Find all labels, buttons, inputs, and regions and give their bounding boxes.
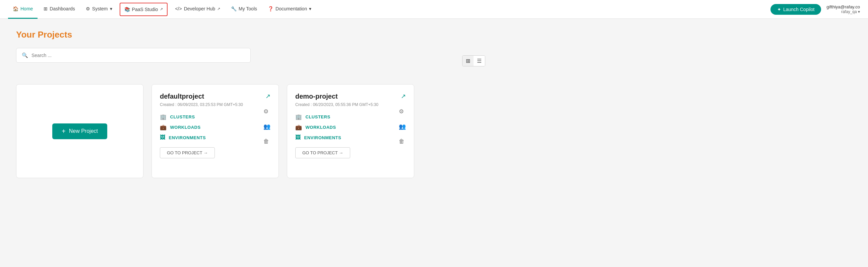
main-content: Your Projects 🔍 ⊞ ☰ + New Project defaul… <box>0 19 868 189</box>
list-view-button[interactable]: ☰ <box>473 56 485 66</box>
workloads-label-1: WORKLOADS <box>306 125 336 130</box>
launch-copilot-button[interactable]: ✦ Launch Copilot <box>771 4 821 15</box>
developer-hub-external-icon: ↗ <box>217 7 220 11</box>
system-chevron-icon: ▾ <box>110 6 112 11</box>
project-card-header-1: demo-project ↗ <box>295 93 406 100</box>
delete-icon-0[interactable]: 🗑 <box>264 138 271 145</box>
project-created-1: Created : 06/20/2023, 05:55:36 PM GMT+5:… <box>295 102 406 107</box>
nav-developer-hub[interactable]: </> Developer Hub ↗ <box>170 0 225 19</box>
project-created-0: Created : 06/09/2023, 03:25:53 PM GMT+5:… <box>160 102 271 107</box>
system-icon: ⚙ <box>86 6 90 11</box>
nav-home[interactable]: 🏠 Home <box>8 0 37 19</box>
home-icon: 🏠 <box>13 6 19 11</box>
page-title: Your Projects <box>16 30 852 40</box>
nav-home-label: Home <box>21 6 33 11</box>
go-to-project-button-1[interactable]: GO TO PROJECT → <box>295 147 350 158</box>
go-to-project-label-1: GO TO PROJECT → <box>302 150 343 155</box>
workloads-label-0: WORKLOADS <box>170 125 201 130</box>
members-icon-0[interactable]: 👥 <box>264 123 271 130</box>
search-input[interactable] <box>31 53 245 58</box>
environments-label-1: ENVIRONMENTS <box>304 135 341 140</box>
project-name-0: defaultproject <box>160 93 204 100</box>
project-card-0: defaultproject ↗ Created : 06/09/2023, 0… <box>152 84 279 178</box>
search-row: 🔍 ⊞ ☰ <box>16 48 485 73</box>
documentation-icon: ❓ <box>268 6 274 11</box>
nav-system[interactable]: ⚙ System ▾ <box>81 0 117 19</box>
delete-icon-1[interactable]: 🗑 <box>399 138 406 145</box>
navbar: 🏠 Home ⊞ Dashboards ⚙ System ▾ 📚 PaaS St… <box>0 0 868 19</box>
clusters-icon-1: 🏢 <box>295 114 302 120</box>
copilot-star-icon: ✦ <box>777 7 781 12</box>
nav-documentation-label: Documentation <box>276 6 307 11</box>
nav-right: ✦ Launch Copilot gifthiya@rafay.co rafay… <box>771 4 860 15</box>
trend-icon-0[interactable]: ↗ <box>266 93 271 100</box>
launch-copilot-label: Launch Copilot <box>783 7 814 12</box>
grid-view-button[interactable]: ⊞ <box>463 56 473 66</box>
user-org-row: rafay_qa ▾ <box>841 9 860 14</box>
new-project-card: + New Project <box>16 84 144 178</box>
nav-system-label: System <box>92 6 108 11</box>
environments-label-0: ENVIRONMENTS <box>169 135 206 140</box>
search-icon: 🔍 <box>22 52 28 58</box>
clusters-link-1[interactable]: 🏢 CLUSTERS <box>295 114 406 120</box>
clusters-label-0: CLUSTERS <box>170 114 195 119</box>
nav-paas-studio[interactable]: 📚 PaaS Studio ↗ <box>120 3 168 16</box>
nav-dashboards[interactable]: ⊞ Dashboards <box>39 0 80 19</box>
settings-icon-0[interactable]: ⚙ <box>264 108 271 115</box>
new-project-button[interactable]: + New Project <box>52 123 107 139</box>
documentation-chevron-icon: ▾ <box>309 6 311 11</box>
my-tools-icon: 🔧 <box>231 6 237 11</box>
project-card-1: demo-project ↗ Created : 06/20/2023, 05:… <box>287 84 414 178</box>
project-card-header-0: defaultproject ↗ <box>160 93 271 100</box>
environments-icon-0: 🖼 <box>160 135 165 141</box>
workloads-link-1[interactable]: 💼 WORKLOADS <box>295 124 406 130</box>
nav-left: 🏠 Home ⊞ Dashboards ⚙ System ▾ 📚 PaaS St… <box>8 0 771 19</box>
nav-dashboards-label: Dashboards <box>50 6 75 11</box>
card-actions-1: ⚙ 👥 🗑 <box>399 108 406 145</box>
new-project-label: New Project <box>69 128 98 134</box>
clusters-label-1: CLUSTERS <box>306 114 331 119</box>
go-to-project-button-0[interactable]: GO TO PROJECT → <box>160 147 215 158</box>
paas-studio-icon: 📚 <box>124 7 130 12</box>
go-to-project-label-0: GO TO PROJECT → <box>167 150 208 155</box>
environments-link-0[interactable]: 🖼 ENVIRONMENTS <box>160 135 271 141</box>
paas-studio-external-icon: ↗ <box>160 7 163 11</box>
user-email: gifthiya@rafay.co <box>827 4 860 9</box>
nav-my-tools-label: My Tools <box>239 6 257 11</box>
nav-developer-hub-label: Developer Hub <box>184 6 215 11</box>
search-bar: 🔍 <box>16 48 251 63</box>
nav-paas-studio-label: PaaS Studio <box>132 7 158 12</box>
card-actions-0: ⚙ 👥 🗑 <box>264 108 271 145</box>
workloads-link-0[interactable]: 💼 WORKLOADS <box>160 124 271 130</box>
workloads-icon-0: 💼 <box>160 124 167 130</box>
project-links-1: 🏢 CLUSTERS 💼 WORKLOADS 🖼 ENVIRONMENTS <box>295 114 406 141</box>
project-links-0: 🏢 CLUSTERS 💼 WORKLOADS 🖼 ENVIRONMENTS <box>160 114 271 141</box>
project-name-1: demo-project <box>295 93 338 100</box>
environments-link-1[interactable]: 🖼 ENVIRONMENTS <box>295 135 406 141</box>
nav-my-tools[interactable]: 🔧 My Tools <box>226 0 262 19</box>
view-toggle: ⊞ ☰ <box>462 55 485 66</box>
environments-icon-1: 🖼 <box>295 135 301 141</box>
projects-grid: + New Project defaultproject ↗ Created :… <box>16 84 485 178</box>
plus-icon: + <box>62 127 66 135</box>
user-menu[interactable]: gifthiya@rafay.co rafay_qa ▾ <box>827 4 860 14</box>
developer-hub-icon: </> <box>175 6 182 11</box>
nav-documentation[interactable]: ❓ Documentation ▾ <box>263 0 316 19</box>
workloads-icon-1: 💼 <box>295 124 302 130</box>
trend-icon-1[interactable]: ↗ <box>401 93 406 100</box>
user-org-label: rafay_qa <box>841 9 857 14</box>
clusters-icon-0: 🏢 <box>160 114 167 120</box>
clusters-link-0[interactable]: 🏢 CLUSTERS <box>160 114 271 120</box>
dashboards-icon: ⊞ <box>43 6 48 11</box>
user-chevron-icon: ▾ <box>858 9 860 14</box>
members-icon-1[interactable]: 👥 <box>399 123 406 130</box>
settings-icon-1[interactable]: ⚙ <box>399 108 406 115</box>
